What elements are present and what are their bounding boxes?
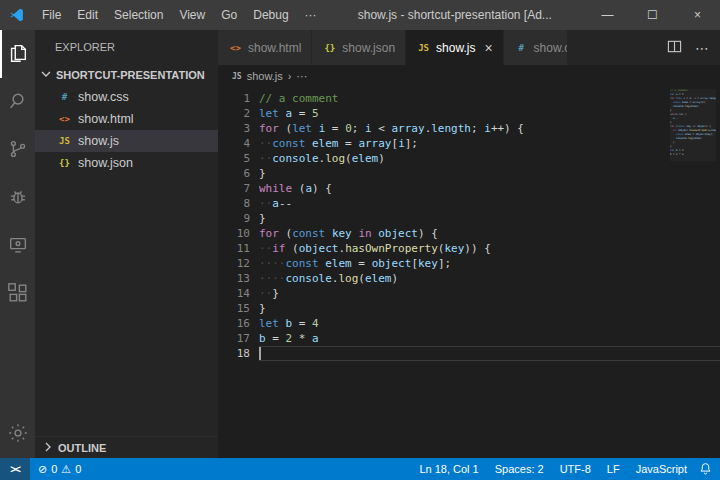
line-text [259,346,720,361]
gear-icon [9,422,29,447]
minimap-content: // a commentlet a = 5for (let i = 0; i <… [670,89,716,161]
outline-label: OUTLINE [58,442,106,454]
activity-remote-explorer[interactable] [0,222,35,270]
extensions-icon [9,282,29,307]
outline-section-header[interactable]: OUTLINE [35,436,218,458]
breadcrumb-file[interactable]: show.js [247,70,283,82]
code-line-12[interactable]: 12····const elem = object[key]; [218,256,720,271]
menu-edit[interactable]: Edit [69,0,106,30]
line-text: ··console.log(elem) [259,151,720,166]
tab-show-js[interactable]: JSshow.js× [406,30,504,65]
problems-status[interactable]: ⊘ 0 ⚠ 0 [30,463,89,476]
activity-run-debug[interactable] [0,174,35,222]
line-number: 11 [218,241,250,256]
line-number: 9 [218,211,250,226]
status-right-items: Ln 18, Col 1Spaces: 2UTF-8LFJavaScript [411,463,695,475]
split-editor-icon [667,39,682,57]
breadcrumb-more[interactable]: ⋯ [296,70,307,83]
notifications-bell-button[interactable] [695,462,720,477]
close-button[interactable]: × [675,0,720,30]
activity-explorer[interactable] [0,30,35,78]
menu-debug[interactable]: Debug [245,0,296,30]
line-text: let a = 5 [259,106,720,121]
line-number: 15 [218,301,250,316]
error-count: 0 [51,463,57,475]
file-name: show.json [78,156,133,170]
minimap[interactable]: // a commentlet a = 5for (let i = 0; i <… [670,89,716,161]
activity-search[interactable] [0,78,35,126]
code-line-6[interactable]: 6} [218,166,720,181]
code-editor[interactable]: 1// a comment2let a = 53for (let i = 0; … [218,87,720,458]
line-text: } [259,166,720,181]
line-number: 17 [218,331,250,346]
file-type-icon: <> [57,114,72,124]
line-text: ··if (object.hasOwnProperty(key)) { [259,241,720,256]
code-line-9[interactable]: 9} [218,211,720,226]
folder-section-header[interactable]: SHORTCUT-PRESENTATION [35,64,218,86]
menu-file[interactable]: File [34,0,69,30]
file-type-icon: <> [228,43,243,53]
code-line-2[interactable]: 2let a = 5 [218,106,720,121]
line-number: 18 [218,346,250,361]
code-line-5[interactable]: 5··console.log(elem) [218,151,720,166]
code-line-10[interactable]: 10for (const key in object) { [218,226,720,241]
warning-count: 0 [75,463,81,475]
tab-label: show.js [436,41,475,55]
tab-label: show.css [534,41,568,55]
status-ln-18-col-1[interactable]: Ln 18, Col 1 [411,463,486,475]
menu-more[interactable]: ··· [297,0,325,30]
line-number: 3 [218,121,250,136]
file-name: show.css [78,90,129,104]
code-line-14[interactable]: 14··} [218,286,720,301]
code-line-15[interactable]: 15} [218,301,720,316]
code-line-16[interactable]: 16let b = 4 [218,316,720,331]
line-text: b = 2 * a [259,331,720,346]
close-tab-icon[interactable]: × [484,41,492,55]
chevron-down-icon [38,66,54,84]
maximize-button[interactable]: ☐ [630,0,675,30]
activity-manage[interactable] [0,410,35,458]
tab-show-json[interactable]: {}show.json [312,30,406,65]
title-bar: FileEditSelectionViewGoDebug··· show.js … [0,0,720,30]
search-icon [9,90,29,115]
code-line-4[interactable]: 4··const elem = array[i]; [218,136,720,151]
line-text: while (a) { [259,181,720,196]
line-text: for (const key in object) { [259,226,720,241]
explorer-sidebar: EXPLORER SHORTCUT-PRESENTATION #show.css… [35,30,218,458]
split-editor-button[interactable] [660,30,688,65]
line-number: 14 [218,286,250,301]
tab-label: show.html [248,41,301,55]
menu-selection[interactable]: Selection [106,0,171,30]
code-line-8[interactable]: 8··a-- [218,196,720,211]
code-line-7[interactable]: 7while (a) { [218,181,720,196]
code-line-18[interactable]: 18 [218,346,720,361]
more-actions-button[interactable]: ⋯ [688,30,716,65]
status-lf[interactable]: LF [599,463,628,475]
status-javascript[interactable]: JavaScript [628,463,695,475]
tab-show-css[interactable]: #show.css [504,30,568,65]
status-utf-8[interactable]: UTF-8 [552,463,599,475]
tab-show-html[interactable]: <>show.html [218,30,312,65]
tab-bar: <>show.html{}show.jsonJSshow.js×#show.cs… [218,30,720,65]
file-item-show-json[interactable]: {}show.json [35,152,218,174]
status-spaces-2[interactable]: Spaces: 2 [487,463,552,475]
line-text: ··a-- [259,196,720,211]
remote-indicator[interactable]: >< [0,458,30,480]
code-line-13[interactable]: 13····console.log(elem) [218,271,720,286]
file-item-show-html[interactable]: <>show.html [35,108,218,130]
file-type-icon: {} [322,43,337,53]
code-line-1[interactable]: 1// a comment [218,91,720,106]
activity-extensions[interactable] [0,270,35,318]
line-number: 10 [218,226,250,241]
file-item-show-css[interactable]: #show.css [35,86,218,108]
bell-icon [699,462,712,477]
code-line-3[interactable]: 3for (let i = 0; i < array.length; i++) … [218,121,720,136]
minimize-button[interactable]: — [585,0,630,30]
menu-go[interactable]: Go [213,0,245,30]
menu-view[interactable]: View [171,0,213,30]
file-item-show-js[interactable]: JSshow.js [35,130,218,152]
activity-source-control[interactable] [0,126,35,174]
code-line-17[interactable]: 17b = 2 * a [218,331,720,346]
code-line-11[interactable]: 11··if (object.hasOwnProperty(key)) { [218,241,720,256]
line-text: ····const elem = object[key]; [259,256,720,271]
